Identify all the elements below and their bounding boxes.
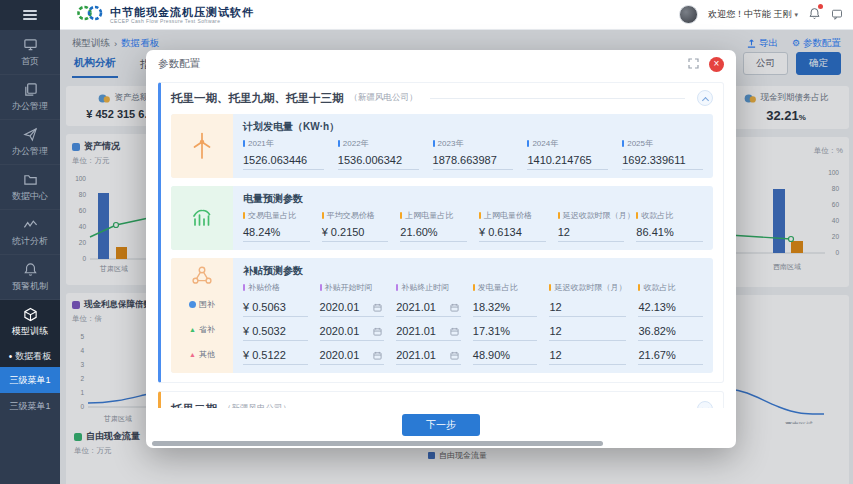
sidebar-item-office-1[interactable]: 办公管理 — [0, 75, 60, 120]
tick-icon — [400, 212, 402, 219]
notification-button[interactable] — [808, 6, 821, 24]
provincial-price-field[interactable]: ¥ 0.5032 — [243, 322, 308, 341]
sidebar-item-statistics[interactable]: 统计分析 — [0, 210, 60, 255]
provincial-subsidy-icon: ▲ — [189, 326, 196, 333]
provincial-collect-field[interactable]: 36.82% — [638, 322, 703, 341]
other-collect-field[interactable]: 21.67% — [638, 346, 703, 365]
national-subsidy-icon — [189, 301, 196, 308]
app-subtitle: CECEP Cash Flow Pressure Test Software — [110, 18, 254, 24]
sidebar-item-model-training[interactable]: 模型训练 — [0, 300, 60, 345]
row-label-provincial: ▲ 省补 — [189, 317, 215, 342]
generation-2021-field[interactable]: 2021年 1526.063446 — [243, 138, 324, 170]
sidebar-item-home[interactable]: 首页 — [0, 30, 60, 75]
calendar-icon — [450, 351, 459, 360]
divider — [430, 98, 686, 99]
sidebar-item-data-center[interactable]: 数据中心 — [0, 165, 60, 210]
tick-icon — [558, 212, 560, 219]
provincial-gen-ratio-field[interactable]: 17.31% — [473, 322, 538, 341]
brand-text: 中节能现金流机压测试软件 CECEP Cash Flow Pressure Te… — [110, 6, 254, 24]
monitor-icon — [23, 37, 38, 52]
chevron-down-icon: ▾ — [794, 11, 798, 19]
provincial-start-date-field[interactable]: 2020.01 — [320, 322, 385, 341]
welcome-text: 欢迎您！中节能 王刚 — [708, 8, 792, 21]
other-end-date-field[interactable]: 2021.01 — [396, 346, 461, 365]
section-header: 托里一期、托里九期、托里十三期 （新疆风电公司） — [171, 90, 713, 106]
content-area: 模型训练 › 数据看板 导出 ⚙ 参数配置 机构分析 指标分析 域 — [60, 30, 853, 484]
expand-button[interactable] — [688, 55, 699, 73]
other-start-date-field[interactable]: 2020.01 — [320, 346, 385, 365]
panel-planned-generation: 计划发电量（KW·h） 2021年 1526.063446 2022年 1536… — [171, 114, 713, 178]
row-label-national: 国补 — [189, 292, 215, 317]
generation-2024-field[interactable]: 2024年 1410.214765 — [527, 138, 608, 170]
panel-subsidy-forecast: 国补 ▲ 省补 ▲ 其他 补贴预测参数 — [171, 258, 713, 373]
alarm-bell-icon — [23, 262, 38, 277]
expand-icon — [688, 58, 699, 69]
panel-icon-tile — [171, 186, 233, 250]
row-label-other: ▲ 其他 — [189, 342, 215, 367]
tick-icon — [322, 212, 324, 219]
sidebar-item-warning[interactable]: 预警机制 — [0, 255, 60, 300]
app-root: 首页 办公管理 办公管理 数据中心 统计分析 预警机制 模型训练 — [0, 0, 853, 484]
chart-line-icon — [23, 217, 38, 232]
message-button[interactable] — [831, 6, 843, 24]
cube-icon — [23, 307, 38, 322]
user-menu[interactable]: 欢迎您！中节能 王刚 ▾ — [708, 8, 798, 21]
sidebar-item-data-board[interactable]: • 数据看板 — [0, 345, 60, 367]
sidebar-item-label: 首页 — [21, 55, 39, 68]
panel-icon-tile — [171, 114, 233, 178]
logo-icon — [76, 3, 104, 27]
tick-icon — [338, 140, 340, 147]
calendar-icon — [373, 327, 382, 336]
calendar-icon — [450, 327, 459, 336]
other-delay-field[interactable]: 12 — [549, 346, 626, 365]
sidebar: 首页 办公管理 办公管理 数据中心 统计分析 预警机制 模型训练 — [0, 0, 60, 484]
generation-2025-field[interactable]: 2025年 1692.339611 — [622, 138, 703, 170]
tick-icon — [243, 284, 245, 291]
scrollbar-thumb[interactable] — [152, 441, 603, 446]
national-end-date-field[interactable]: 2021.01 — [396, 298, 461, 317]
calendar-icon — [373, 351, 382, 360]
sidebar-third-label: 三级菜单1 — [9, 374, 50, 387]
tick-icon — [636, 212, 638, 219]
expand-section-button[interactable] — [697, 401, 713, 408]
header-right: 欢迎您！中节能 王刚 ▾ — [679, 5, 843, 24]
provincial-delay-field[interactable]: 12 — [549, 322, 626, 341]
section-header: 托里二期 （新疆风电公司） — [171, 401, 713, 408]
sidebar-item-third-menu-2[interactable]: 三级菜单1 — [0, 393, 60, 419]
sidebar-group-model-training: 模型训练 • 数据看板 — [0, 300, 60, 367]
avatar[interactable] — [679, 5, 698, 24]
section-title: 托里一期、托里九期、托里十三期 — [171, 91, 344, 106]
section-tuoli-1-9-13: 托里一期、托里九期、托里十三期 （新疆风电公司） 计划发 — [158, 82, 724, 383]
calendar-icon — [373, 303, 382, 312]
other-price-field[interactable]: ¥ 0.5122 — [243, 346, 308, 365]
generation-2022-field[interactable]: 2022年 1536.006342 — [338, 138, 419, 170]
network-icon — [189, 263, 215, 289]
collection-ratio-field[interactable]: 收款占比 86.41% — [636, 210, 703, 242]
next-step-button[interactable]: 下一步 — [402, 414, 480, 436]
national-gen-ratio-field[interactable]: 18.32% — [473, 298, 538, 317]
chevron-down-icon — [701, 404, 708, 408]
trade-ratio-field[interactable]: 交易电量占比 48.24% — [243, 210, 310, 242]
national-collect-field[interactable]: 42.13% — [638, 298, 703, 317]
section-company: （新疆风电公司） — [223, 403, 291, 408]
panel-icon-tile: 国补 ▲ 省补 ▲ 其他 — [171, 258, 233, 373]
sidebar-item-office-2[interactable]: 办公管理 — [0, 120, 60, 165]
sidebar-item-third-menu-1[interactable]: 三级菜单1 — [0, 367, 60, 393]
generation-2023-field[interactable]: 2023年 1878.663987 — [433, 138, 514, 170]
top-header: 中节能现金流机压测试软件 CECEP Cash Flow Pressure Te… — [60, 0, 853, 30]
sidebar-collapse-button[interactable] — [0, 0, 60, 30]
close-button[interactable]: × — [709, 57, 724, 72]
national-start-date-field[interactable]: 2020.01 — [320, 298, 385, 317]
collapse-button[interactable] — [697, 90, 713, 106]
national-delay-field[interactable]: 12 — [549, 298, 626, 317]
grid-ratio-field[interactable]: 上网电量占比 21.60% — [400, 210, 467, 242]
app-title: 中节能现金流机压测试软件 — [110, 6, 254, 18]
delay-months-field[interactable]: 延迟收款时限（月） 12 — [558, 210, 625, 242]
provincial-end-date-field[interactable]: 2021.01 — [396, 322, 461, 341]
panel-title: 电量预测参数 — [243, 192, 703, 206]
grid-price-field[interactable]: 上网电量价格 ¥ 0.6134 — [479, 210, 546, 242]
other-gen-ratio-field[interactable]: 48.90% — [473, 346, 538, 365]
national-price-field[interactable]: ¥ 0.5063 — [243, 298, 308, 317]
avg-trade-price-field[interactable]: 平均交易价格 ¥ 0.2150 — [322, 210, 389, 242]
bar-chart-icon — [188, 204, 216, 232]
